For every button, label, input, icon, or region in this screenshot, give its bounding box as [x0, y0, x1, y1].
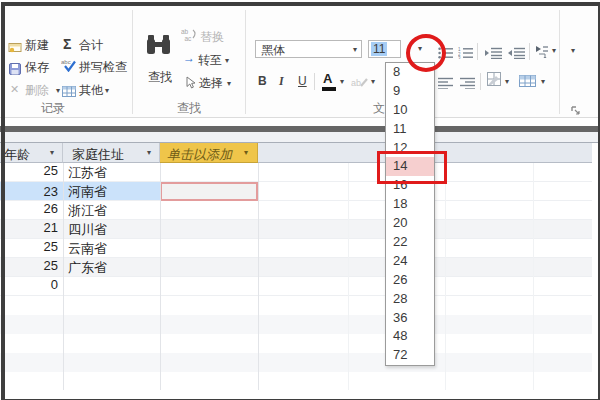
font-size-option[interactable]: 20	[386, 214, 434, 233]
address-cell[interactable]: 云南省	[68, 241, 107, 256]
small-separator	[314, 73, 315, 90]
font-size-option[interactable]: 48	[386, 327, 434, 346]
more-button[interactable]: 其他	[79, 83, 103, 97]
group-separator	[132, 10, 133, 114]
highlight-dropdown-icon[interactable]: ▾	[371, 78, 375, 86]
save-button[interactable]: 保存	[25, 60, 49, 74]
spelling-button[interactable]: 拼写检查	[79, 60, 127, 74]
column-header-address[interactable]: 家庭住址 ▾	[63, 143, 160, 163]
table-row[interactable]: 21 四川省	[0, 220, 592, 239]
align-right-icon[interactable]	[460, 75, 476, 93]
table-row[interactable]: 25 江苏省	[0, 163, 592, 182]
increase-indent-icon[interactable]	[485, 45, 503, 63]
italic-button[interactable]: I	[279, 74, 284, 89]
alt-row-dropdown-icon[interactable]: ▾	[541, 78, 545, 86]
alt-row-color-icon[interactable]	[519, 73, 536, 91]
font-size-option[interactable]: 10	[386, 101, 434, 120]
font-color-dropdown-icon[interactable]: ▾	[340, 78, 344, 86]
select-button[interactable]: 选择	[199, 76, 223, 90]
font-size-option[interactable]: 28	[386, 290, 434, 309]
address-cell[interactable]: 河南省	[68, 184, 107, 199]
find-group-label: 查找	[177, 100, 201, 117]
column-header-click-to-add[interactable]: 单击以添加 ▾	[160, 143, 258, 163]
find-button[interactable]: 查找	[148, 70, 172, 84]
font-size-option[interactable]: 11	[386, 120, 434, 139]
small-separator	[477, 43, 478, 60]
age-cell[interactable]: 26	[0, 201, 58, 216]
address-cell[interactable]: 广东省	[68, 260, 107, 275]
active-cell[interactable]	[160, 182, 258, 201]
table-row[interactable]: 26 浙江省	[0, 201, 592, 220]
svg-text:abc: abc	[61, 59, 71, 65]
table-row-new[interactable]: 0	[0, 277, 592, 296]
address-cell[interactable]: 江苏省	[68, 165, 107, 180]
more-dropdown-icon[interactable]: ▾	[105, 87, 109, 95]
table-row[interactable]: 25 广东省	[0, 258, 592, 277]
delete-icon: ✕	[10, 83, 19, 96]
text-direction-dropdown-icon[interactable]: ▾	[552, 47, 556, 55]
faint-gridline	[445, 163, 446, 390]
goto-arrow-icon: →	[183, 51, 195, 65]
font-name-combo[interactable]: 黑体 ▾	[255, 40, 362, 58]
address-cell[interactable]: 浙江省	[68, 203, 107, 218]
font-size-option[interactable]: 26	[386, 271, 434, 290]
delete-dropdown-icon[interactable]: ▾	[56, 87, 60, 95]
font-size-option[interactable]: 22	[386, 233, 434, 252]
address-cell[interactable]: 四川省	[68, 222, 107, 237]
more-table-icon	[62, 83, 76, 101]
age-cell[interactable]: 21	[0, 220, 58, 235]
font-size-option[interactable]: 18	[386, 195, 434, 214]
totals-button[interactable]: 合计	[79, 38, 103, 52]
font-color-icon[interactable]: A	[323, 71, 332, 86]
decrease-indent-icon[interactable]	[508, 45, 526, 63]
age-cell[interactable]: 0	[0, 277, 58, 292]
align-left-icon[interactable]	[438, 75, 454, 93]
svg-text:ab: ab	[181, 28, 189, 35]
font-size-dropdown-list[interactable]: 8 9 10 11 12 14 16 18 20 22 24 26 28 36 …	[385, 62, 435, 366]
gridlines-dropdown-icon[interactable]: ▾	[505, 78, 509, 86]
select-dropdown-icon[interactable]: ▾	[227, 80, 231, 88]
delete-button[interactable]: 删除	[25, 83, 49, 97]
bold-button[interactable]: B	[258, 74, 267, 88]
collapsed-dropdown-icon[interactable]: ▾	[571, 47, 575, 55]
click-to-add-label: 单击以添加	[167, 145, 232, 164]
column-header-address-label: 家庭住址	[72, 145, 124, 164]
small-separator	[529, 43, 530, 60]
new-record-icon	[8, 39, 22, 57]
group-separator	[559, 10, 560, 114]
annotation-box-size-14	[377, 151, 447, 184]
dialog-launcher-icon[interactable]	[571, 102, 581, 120]
column-dropdown-icon[interactable]: ▾	[244, 149, 248, 157]
faint-gridline	[533, 163, 534, 390]
age-cell[interactable]: 23	[0, 184, 58, 199]
font-size-option[interactable]: 72	[386, 346, 434, 365]
age-cell[interactable]: 25	[0, 258, 58, 273]
goto-button[interactable]: 转至	[198, 53, 222, 67]
new-button[interactable]: 新建	[25, 38, 49, 52]
table-row[interactable]: 25 云南省	[0, 239, 592, 258]
age-cell[interactable]: 25	[0, 239, 58, 254]
highlight-color-icon[interactable]: ab	[351, 75, 368, 93]
column-header-age[interactable]: 年龄 ▾	[0, 143, 63, 163]
font-size-box[interactable]: 11	[368, 40, 401, 58]
text-direction-icon[interactable]	[535, 44, 549, 62]
empty-rows-area	[0, 296, 592, 390]
column-dropdown-icon[interactable]: ▾	[147, 149, 151, 157]
gridlines-icon[interactable]	[487, 72, 502, 90]
binoculars-find-icon	[146, 33, 171, 60]
table-row-selected[interactable]: 23 河南省	[0, 182, 592, 201]
svg-text:ab: ab	[351, 78, 361, 88]
column-dropdown-icon[interactable]: ▾	[50, 149, 54, 157]
font-name-dropdown-icon[interactable]: ▾	[353, 46, 357, 54]
font-size-option[interactable]: 36	[386, 309, 434, 328]
age-cell[interactable]: 25	[0, 163, 58, 178]
goto-dropdown-icon[interactable]: ▾	[225, 57, 229, 65]
font-size-option[interactable]: 9	[386, 82, 434, 101]
faint-gridline	[348, 163, 349, 390]
numbering-icon[interactable]: 123	[458, 45, 474, 63]
select-cursor-icon	[186, 75, 196, 93]
records-group-label: 记录	[41, 100, 65, 117]
replace-button[interactable]: 替换	[200, 30, 224, 44]
underline-button[interactable]: U	[298, 74, 307, 88]
font-size-option[interactable]: 24	[386, 252, 434, 271]
